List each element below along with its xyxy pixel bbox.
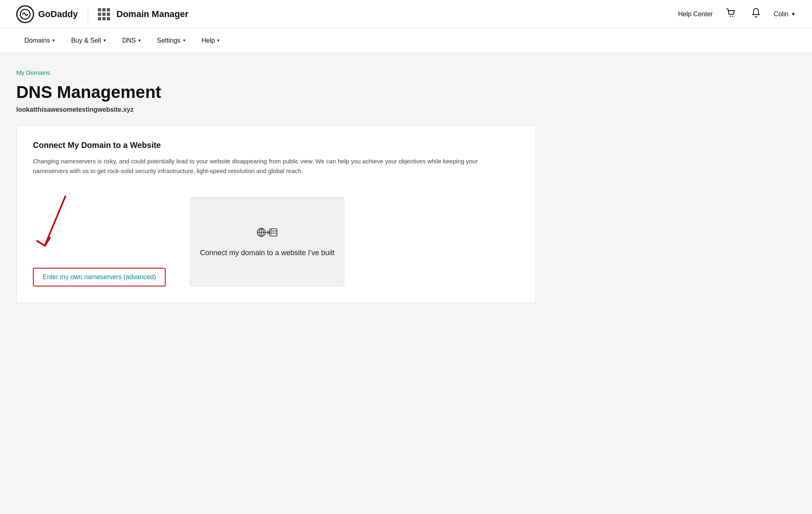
user-name: Colin: [774, 11, 788, 18]
option-left: Enter my own nameservers (advanced): [33, 192, 166, 286]
cart-icon: [726, 8, 736, 21]
connect-domain-card: Connect My Domain to a Website Changing …: [16, 126, 536, 303]
logo-area: GoDaddy: [16, 5, 78, 23]
connect-card-label: Connect my domain to a website I've buil…: [200, 248, 335, 258]
nav-domains[interactable]: Domains ▾: [16, 28, 63, 53]
svg-point-2: [732, 15, 733, 17]
help-center-link[interactable]: Help Center: [678, 11, 713, 18]
domains-chevron-icon: ▾: [52, 38, 55, 43]
bell-button[interactable]: [749, 6, 762, 22]
app-title: Domain Manager: [117, 9, 188, 20]
page-title: DNS Management: [16, 82, 796, 102]
svg-point-13: [271, 232, 272, 232]
advanced-nameservers-button[interactable]: Enter my own nameservers (advanced): [33, 268, 166, 286]
svg-point-14: [271, 234, 272, 235]
top-nav-right: Help Center Colin ▼: [678, 6, 796, 22]
buy-sell-chevron-icon: ▾: [104, 38, 106, 43]
svg-point-1: [730, 15, 731, 17]
logo-text: GoDaddy: [38, 9, 78, 20]
top-nav-left: GoDaddy Domain Manager: [16, 5, 188, 23]
domain-name: lookatthisawesometestingwebsite.xyz: [16, 106, 796, 113]
secondary-nav: Domains ▾ Buy & Sell ▾ DNS ▾ Settings ▾ …: [0, 28, 812, 53]
options-row: Enter my own nameservers (advanced): [33, 192, 519, 286]
dns-chevron-icon: ▾: [138, 38, 141, 43]
top-nav: GoDaddy Domain Manager Help Center: [0, 0, 812, 28]
arrow-svg: [33, 192, 73, 257]
settings-chevron-icon: ▾: [183, 38, 186, 43]
card-description: Changing nameservers is risky, and could…: [33, 156, 479, 176]
nav-divider: [88, 7, 88, 22]
nav-settings[interactable]: Settings ▾: [149, 28, 194, 53]
page-content: My Domains DNS Management lookatthisawes…: [0, 53, 812, 514]
nav-dns[interactable]: DNS ▾: [114, 28, 149, 53]
connect-website-card[interactable]: Connect my domain to a website I've buil…: [190, 197, 344, 286]
nav-buy-sell[interactable]: Buy & Sell ▾: [63, 28, 114, 53]
nav-help[interactable]: Help ▾: [194, 28, 228, 53]
svg-line-3: [45, 196, 65, 245]
user-chevron-icon: ▼: [791, 11, 796, 17]
bell-icon: [751, 8, 761, 21]
arrow-container: [33, 192, 73, 259]
help-chevron-icon: ▾: [217, 38, 220, 43]
cart-button[interactable]: [724, 6, 738, 22]
grid-icon: [98, 8, 110, 20]
godaddy-logo: [16, 5, 34, 23]
domain-server-icon: [256, 225, 278, 241]
user-menu-button[interactable]: Colin ▼: [774, 11, 796, 18]
svg-point-12: [271, 230, 272, 230]
breadcrumb[interactable]: My Domains: [16, 69, 50, 76]
card-title: Connect My Domain to a Website: [33, 141, 519, 150]
